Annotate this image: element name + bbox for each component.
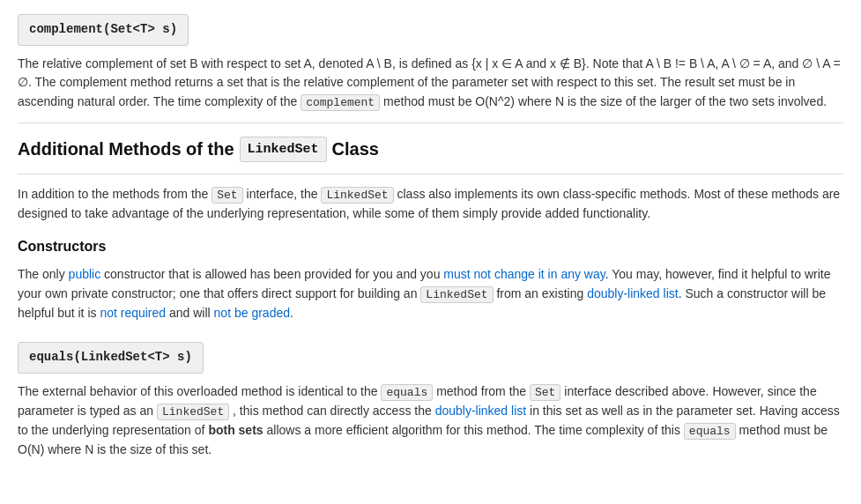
complement-code-text: complement(Set<T> s) [29, 22, 177, 36]
equals-description: The external behavior of this overloaded… [18, 382, 843, 460]
equals-p1-mid5: allows a more efficient algorithm for th… [263, 423, 684, 437]
divider-1 [18, 122, 843, 123]
additional-intro-start: In addition to the methods from the [18, 187, 212, 201]
constructors-p1-end3: . [290, 306, 293, 320]
constructors-description: The only public constructor that is allo… [18, 265, 843, 323]
constructors-heading: Constructors [18, 236, 843, 258]
divider-2 [18, 174, 843, 174]
additional-intro-mid1: interface, the [243, 187, 322, 201]
equals-p1-mid1: method from the [433, 384, 530, 398]
equals-code-text: equals(LinkedSet<T> s) [29, 350, 192, 364]
additional-methods-suffix: Class [332, 136, 379, 163]
both-sets-bold: both sets [208, 423, 263, 437]
constructors-p1-mid1: constructor that is allowed has been pro… [100, 267, 443, 281]
not-graded-text: not be graded [214, 306, 290, 320]
complement-p1-end: method must be O(N^2) where N is the siz… [380, 94, 827, 108]
additional-methods-prefix: Additional Methods of the [18, 136, 234, 163]
complement-description: The relative complement of set B with re… [18, 55, 843, 113]
equals-inline-code-1: equals [381, 384, 433, 401]
linkedset-inline-code-1: LinkedSet [321, 187, 393, 204]
not-required-text: not required [100, 306, 166, 320]
equals-p1-mid3: , this method can directly access the [229, 404, 434, 418]
complement-code-block: complement(Set<T> s) [18, 14, 189, 46]
equals-code-block: equals(LinkedSet<T> s) [18, 342, 204, 374]
linkedset-heading-code: LinkedSet [240, 137, 327, 162]
linkedset-inline-code-3: LinkedSet [157, 404, 229, 420]
additional-methods-intro: In addition to the methods from the Set … [18, 185, 843, 224]
complement-inline-code: complement [301, 94, 380, 111]
must-not-change-link[interactable]: must not change it in any way [443, 267, 605, 281]
linkedset-inline-code-2: LinkedSet [420, 286, 493, 303]
equals-inline-code-2: equals [684, 423, 736, 440]
constructors-p1-end2: and will [166, 306, 213, 320]
equals-p1-start: The external behavior of this overloaded… [18, 384, 381, 398]
doubly-linked-list-link[interactable]: doubly-linked list [587, 286, 679, 300]
additional-methods-heading: Additional Methods of the LinkedSet Clas… [18, 136, 843, 163]
set-inline-code-2: Set [530, 384, 560, 401]
constructors-p1-mid3: from an existing [494, 286, 588, 300]
set-inline-code-1: Set [212, 187, 242, 204]
public-link[interactable]: public [69, 267, 101, 281]
doubly-linked-list-link-2[interactable]: doubly-linked list [435, 404, 527, 418]
constructors-p1-start: The only [18, 267, 69, 281]
